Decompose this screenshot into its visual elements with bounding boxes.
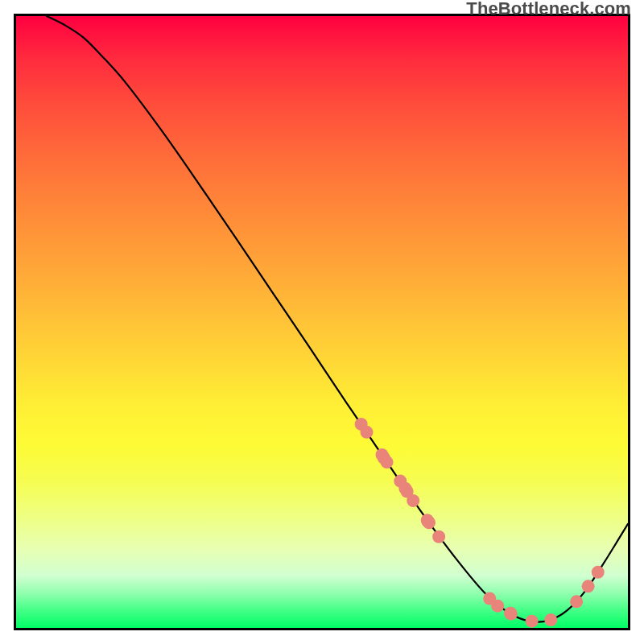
marker-point [570,595,583,608]
bottleneck-curve [47,16,628,622]
marker-point [491,600,504,613]
marker-point [360,426,373,439]
marker-point [505,608,518,621]
marker-point [582,580,595,592]
marker-point [407,494,419,507]
marker-point [526,615,539,628]
marker-points-group [355,418,605,628]
marker-point [432,530,445,543]
marker-point [544,613,557,626]
chart-svg [16,16,628,628]
plot-area [14,14,630,630]
chart-container: TheBottleneck.com [0,0,644,644]
marker-point [381,456,394,469]
marker-point [592,566,605,579]
watermark-label: TheBottleneck.com [466,0,631,19]
marker-point [423,516,436,529]
